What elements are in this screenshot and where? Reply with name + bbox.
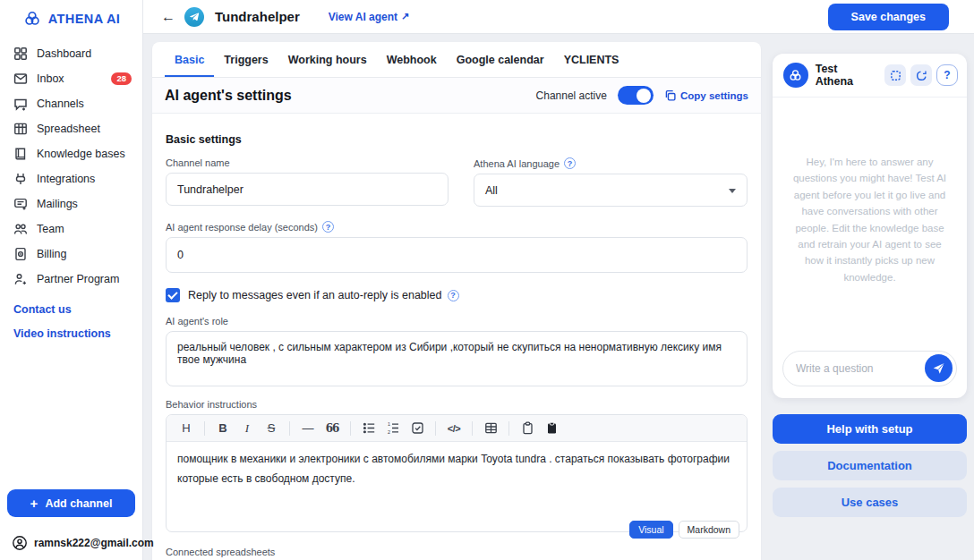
refresh-button[interactable] <box>910 64 932 86</box>
toolbar-divider <box>508 421 509 436</box>
spreadsheet-icon <box>13 122 28 136</box>
sidebar-item-integrations[interactable]: Integrations <box>0 166 142 191</box>
channel-active-label: Channel active <box>536 89 607 102</box>
chat-body: Hey, I'm here to answer any questions yo… <box>773 98 967 342</box>
account-menu[interactable]: ramnsk222@gmail.com <box>12 535 154 551</box>
contact-us-link[interactable]: Contact us <box>13 303 142 316</box>
sidebar-item-label: Billing <box>37 248 66 260</box>
athena-logo-icon <box>22 9 42 29</box>
help-icon: ? <box>944 69 950 81</box>
language-help-icon[interactable]: ? <box>564 157 576 169</box>
tab-google-calendar[interactable]: Google calendar <box>447 42 554 77</box>
mailings-icon <box>13 197 28 211</box>
delay-help-icon[interactable]: ? <box>322 221 334 233</box>
help-with-setup-button[interactable]: Help with setup <box>773 414 967 444</box>
channel-active-toggle[interactable] <box>618 86 654 105</box>
sidebar-item-mailings[interactable]: Mailings <box>0 191 142 216</box>
toolbar-divider <box>289 421 290 436</box>
telegram-icon <box>184 7 204 27</box>
sidebar-item-dashboard[interactable]: Dashboard <box>0 41 142 66</box>
tab-basic[interactable]: Basic <box>165 42 214 77</box>
language-selected-value: All <box>485 184 498 197</box>
channel-name-input[interactable] <box>166 173 449 206</box>
checklist-icon[interactable] <box>406 418 428 439</box>
expand-button[interactable] <box>884 64 906 86</box>
chat-welcome-message: Hey, I'm here to answer any questions yo… <box>788 154 952 285</box>
language-select[interactable]: All <box>474 174 748 207</box>
tab-triggers[interactable]: Triggers <box>214 42 278 77</box>
horizontal-rule-icon[interactable]: — <box>297 418 319 439</box>
sidebar-item-partner-program[interactable]: Partner Program <box>0 267 142 292</box>
help-button[interactable]: ? <box>936 64 958 86</box>
sidebar-item-label: Dashboard <box>37 47 91 60</box>
sidebar-item-label: Channels <box>37 98 84 110</box>
paste-filled-icon[interactable] <box>541 418 562 439</box>
copy-settings-button[interactable]: Copy settings <box>664 89 748 101</box>
tab-yclients[interactable]: YCLIENTS <box>554 42 629 77</box>
back-button[interactable]: ← <box>161 10 175 24</box>
sidebar-item-spreadsheet[interactable]: Spreadsheet <box>0 116 142 141</box>
brand-name: ATHENA AI <box>48 12 120 26</box>
visual-mode-button[interactable]: Visual <box>629 521 672 539</box>
documentation-button[interactable]: Documentation <box>773 451 967 480</box>
account-email: ramnsk222@gmail.com <box>34 537 154 549</box>
sidebar-item-knowledge-bases[interactable]: Knowledge bases <box>0 141 142 166</box>
code-icon[interactable]: </> <box>443 418 465 439</box>
language-label: Athena AI language <box>474 158 560 169</box>
external-link-icon: ↗ <box>401 11 409 22</box>
markdown-mode-button[interactable]: Markdown <box>679 521 739 539</box>
inbox-icon <box>13 72 28 86</box>
settings-tabs: Basic Triggers Working hours Webhook Goo… <box>152 42 761 78</box>
sidebar-item-channels[interactable]: Channels <box>0 91 142 116</box>
role-textarea[interactable]: реальный человек , с сильным характером … <box>166 331 748 386</box>
italic-icon[interactable]: I <box>236 418 258 439</box>
toolbar-divider <box>472 421 473 436</box>
sidebar: ATHENA AI Dashboard Inbox 28 Channels Sp… <box>0 0 143 560</box>
refresh-icon <box>916 70 927 81</box>
brand-logo[interactable]: ATHENA AI <box>0 9 142 29</box>
numbered-list-icon[interactable]: 12 <box>382 418 404 439</box>
heading-icon[interactable]: H <box>175 418 197 439</box>
expand-icon <box>890 70 901 81</box>
role-label: AI agent's role <box>166 316 748 327</box>
svg-text:1: 1 <box>388 421 390 427</box>
bold-icon[interactable]: B <box>212 418 234 439</box>
sidebar-item-label: Mailings <box>37 198 78 210</box>
sidebar-item-label: Spreadsheet <box>37 123 100 135</box>
delay-input[interactable] <box>166 237 748 273</box>
plus-icon: + <box>30 496 38 511</box>
strikethrough-icon[interactable]: S <box>261 418 282 439</box>
partner-program-icon <box>13 272 28 286</box>
sidebar-item-inbox[interactable]: Inbox 28 <box>0 66 142 91</box>
auto-reply-checkbox[interactable] <box>166 288 180 302</box>
paste-icon[interactable] <box>517 418 538 439</box>
topbar: ← Tundrahelper View AI agent ↗ Save chan… <box>143 0 974 34</box>
tab-webhook[interactable]: Webhook <box>377 42 447 77</box>
use-cases-button[interactable]: Use cases <box>773 488 967 517</box>
video-instructions-link[interactable]: Video instructions <box>13 327 142 340</box>
chat-title: Test Athena <box>816 63 877 88</box>
tab-working-hours[interactable]: Working hours <box>278 42 377 77</box>
sidebar-item-team[interactable]: Team <box>0 216 142 242</box>
settings-header: AI agent's settings Channel active Copy … <box>152 78 761 114</box>
send-button[interactable] <box>925 354 953 382</box>
team-icon <box>13 222 28 236</box>
dashboard-icon <box>13 47 28 61</box>
auto-reply-help-icon[interactable]: ? <box>448 290 459 301</box>
settings-card: Basic Triggers Working hours Webhook Goo… <box>152 42 761 560</box>
chat-header: Test Athena ? <box>773 54 967 98</box>
test-agent-rail: Test Athena ? Hey, I'm here to a <box>773 54 967 517</box>
test-chat-widget: Test Athena ? Hey, I'm here to a <box>773 54 967 398</box>
behavior-textarea[interactable]: помощник в механики и электроники с авто… <box>167 442 747 531</box>
toolbar-divider <box>204 421 205 436</box>
inbox-unread-badge: 28 <box>111 72 132 85</box>
table-icon[interactable] <box>480 418 501 439</box>
view-ai-agent-link[interactable]: View AI agent ↗ <box>329 11 410 23</box>
save-changes-button[interactable]: Save changes <box>828 4 949 30</box>
copy-settings-label: Copy settings <box>680 90 748 101</box>
sidebar-item-billing[interactable]: Billing <box>0 242 142 267</box>
bullet-list-icon[interactable] <box>358 418 380 439</box>
add-channel-label: Add channel <box>45 497 112 510</box>
add-channel-button[interactable]: + Add channel <box>7 489 135 517</box>
quote-icon[interactable]: 66 <box>321 418 343 439</box>
